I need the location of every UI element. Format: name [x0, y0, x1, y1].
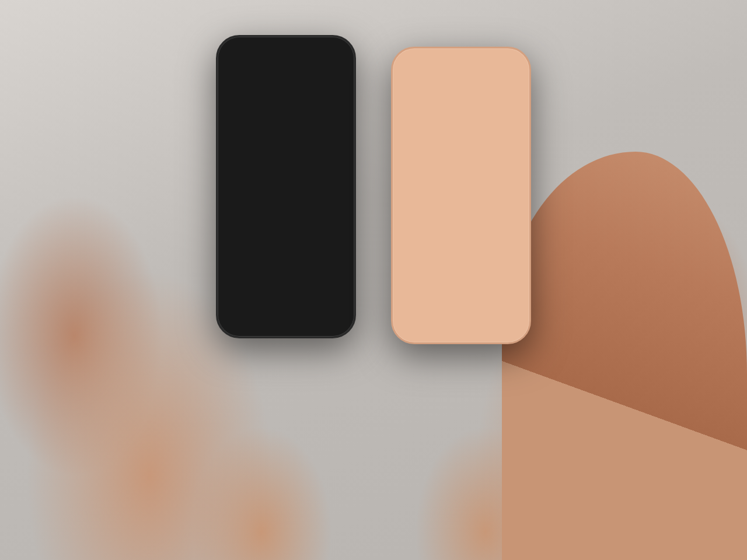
vol-down-right — [391, 144, 393, 164]
vol-up-right — [391, 118, 393, 139]
phone-right: 20:04 ⚙ ▷ ▶ ▲ ▮ 10月8日(日) 🌤 19°C — [391, 47, 531, 344]
phones-container: 20:04 ▲ ▮ 10月8日(日) 🌤 17°C — [216, 35, 531, 344]
power-button-right — [529, 113, 531, 136]
power-button-left-2 — [354, 136, 356, 171]
power-button-right-2 — [529, 142, 531, 177]
right-hand — [502, 152, 747, 560]
vol-up-left — [216, 113, 218, 133]
vol-down-left — [216, 139, 218, 159]
scene: 20:04 ▲ ▮ 10月8日(日) 🌤 17°C — [0, 0, 747, 560]
power-button-left — [354, 107, 356, 130]
left-hand — [0, 152, 245, 560]
phone-left: 20:04 ▲ ▮ 10月8日(日) 🌤 17°C — [216, 35, 356, 338]
